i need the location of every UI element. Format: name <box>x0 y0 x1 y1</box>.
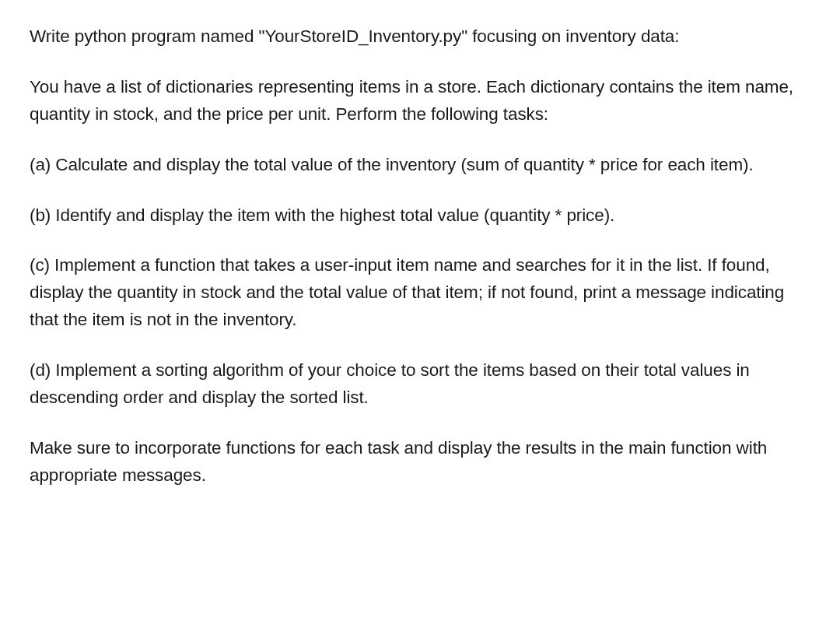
task-d: (d) Implement a sorting algorithm of you… <box>30 357 810 412</box>
closing-paragraph: Make sure to incorporate functions for e… <box>30 435 810 489</box>
task-c: (c) Implement a function that takes a us… <box>30 252 810 334</box>
task-a: (a) Calculate and display the total valu… <box>30 152 810 179</box>
intro-paragraph: Write python program named "YourStoreID_… <box>30 23 810 51</box>
context-paragraph: You have a list of dictionaries represen… <box>30 74 810 128</box>
task-b: (b) Identify and display the item with t… <box>30 202 810 230</box>
